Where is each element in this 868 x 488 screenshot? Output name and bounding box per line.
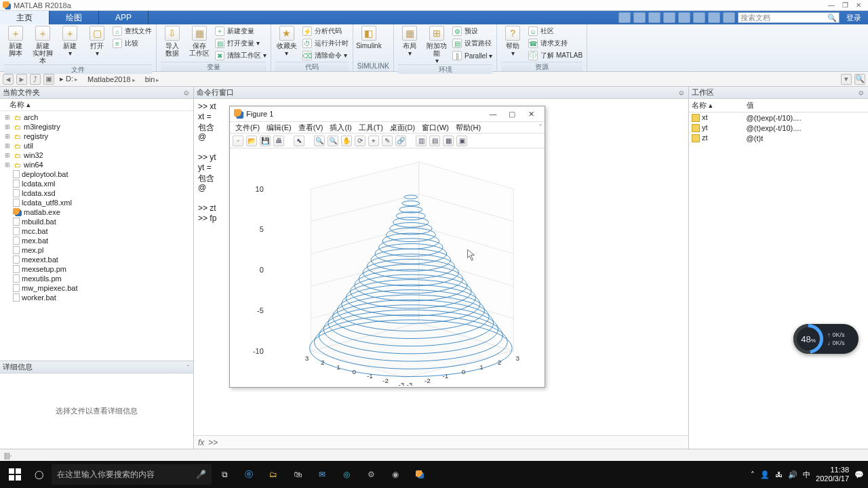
tray-chevron-icon[interactable]: ˄ <box>751 470 755 479</box>
tray-volume-icon[interactable]: 🔊 <box>788 470 797 479</box>
expand-icon[interactable]: ⊞ <box>4 152 11 159</box>
notifications-icon[interactable]: 💬 <box>854 470 864 479</box>
ribbon-small-4-1[interactable]: ▤设置路径 <box>452 38 492 49</box>
ribbon-big-5-0[interactable]: ?帮助▾ <box>501 26 524 57</box>
nav-up-button[interactable]: ⤴ <box>30 74 41 85</box>
dock-icon[interactable]: ▣ <box>456 136 467 146</box>
ws-col-value[interactable]: 值 <box>744 99 868 113</box>
ribbon-big-1-1[interactable]: ▦保存工作区 <box>188 26 211 57</box>
qat-help-icon[interactable] <box>708 12 720 23</box>
folder-row[interactable]: ⊞🗀util <box>1 141 192 150</box>
expand-icon[interactable]: ⊞ <box>4 133 11 140</box>
pointer-icon[interactable]: ⬉ <box>294 136 304 146</box>
browser-icon[interactable]: ◎ <box>335 464 358 485</box>
edge-icon[interactable]: ⓔ <box>237 464 260 485</box>
qat-save-icon[interactable] <box>618 12 631 23</box>
file-row[interactable]: mex.bat <box>1 236 192 245</box>
figure-axes[interactable]: 1050-5-103-32-21-100-11-22-33 <box>230 148 545 387</box>
file-row[interactable]: lcdata.xml <box>1 179 192 188</box>
start-button[interactable] <box>4 464 26 485</box>
speed-monitor-widget[interactable]: 48% ↑ 0K/s ↓ 0K/s <box>793 324 859 354</box>
taskview-icon[interactable]: ⧉ <box>213 464 236 485</box>
command-prompt-row[interactable]: fx >> <box>194 435 688 449</box>
file-row[interactable]: mw_mpiexec.bat <box>1 283 192 293</box>
pan-icon[interactable]: ✋ <box>341 136 352 146</box>
figure-menu-item-5[interactable]: 桌面(D) <box>387 123 418 133</box>
folder-row[interactable]: ⊞🗀registry <box>1 131 192 141</box>
max-button[interactable]: ❐ <box>838 1 852 9</box>
figure-max-button[interactable]: ▢ <box>502 110 521 119</box>
tab-plots[interactable]: 绘图 <box>50 11 99 24</box>
taskbar-search-input[interactable]: 在这里输入你要搜索的内容 🎤 <box>52 464 212 485</box>
details-collapse-icon[interactable]: ˇ <box>186 364 191 371</box>
close-button[interactable]: ✕ <box>852 1 865 9</box>
filetree-columns[interactable]: 名称 ▴ <box>0 99 193 111</box>
zoom-out-icon[interactable]: 🔍 <box>328 136 338 146</box>
ribbon-small-1-2[interactable]: ✖清除工作区 ▾ <box>215 50 267 61</box>
cortana-icon[interactable]: ◯ <box>27 464 50 485</box>
cmd-menu-icon[interactable]: ⊙ <box>677 89 686 96</box>
folder-row[interactable]: ⊞🗀m3iregistry <box>1 122 192 131</box>
login-button[interactable]: 登录 <box>842 13 865 23</box>
search-docs-input[interactable]: 搜索文档 🔍 <box>738 12 840 23</box>
ribbon-small-1-1[interactable]: ▤打开变量 ▾ <box>215 38 267 49</box>
file-row[interactable]: deploytool.bat <box>1 169 192 179</box>
ribbon-big-2-0[interactable]: ★收藏夹▾ <box>275 26 298 57</box>
save-icon[interactable]: 💾 <box>260 136 271 146</box>
tray-ime-icon[interactable]: 中 <box>803 470 810 480</box>
file-row[interactable]: mexext.bat <box>1 255 192 264</box>
link-icon[interactable]: 🔗 <box>395 136 406 146</box>
expand-icon[interactable]: ⊞ <box>4 142 11 149</box>
tab-apps[interactable]: APP <box>99 11 149 24</box>
brush-icon[interactable]: ✎ <box>382 136 393 146</box>
figure-min-button[interactable]: — <box>484 110 502 118</box>
ribbon-small-0-0[interactable]: ⌕查找文件 <box>113 26 152 37</box>
addr-dropdown-button[interactable]: ▾ <box>841 74 852 85</box>
min-button[interactable]: — <box>825 1 838 9</box>
file-row[interactable]: lcdata.xsd <box>1 188 192 198</box>
panel-menu-icon[interactable]: ⊙ <box>182 89 191 96</box>
qat-paste-icon[interactable] <box>663 12 675 23</box>
subplot-icon[interactable]: ▦ <box>443 136 454 146</box>
file-row[interactable]: worker.bat <box>1 293 192 302</box>
breadcrumb-part-0[interactable]: Matlabe2018 <box>85 75 140 83</box>
folder-row[interactable]: ⊞🗀arch <box>1 113 192 122</box>
tray-clock[interactable]: 11:38 2020/3/17 <box>816 466 849 483</box>
ribbon-small-1-0[interactable]: ＋新建变量 <box>215 26 267 37</box>
matlab-taskbar-icon[interactable] <box>408 464 431 485</box>
ws-menu-icon[interactable]: ⊙ <box>857 89 865 96</box>
ribbon-big-4-0[interactable]: ▦布局▾ <box>398 26 421 57</box>
mail-icon[interactable]: ✉ <box>311 464 334 485</box>
ribbon-small-5-0[interactable]: ☺社区 <box>528 26 583 37</box>
store-icon[interactable]: 🛍 <box>286 464 309 485</box>
addr-search-button[interactable]: 🔍 <box>854 74 865 85</box>
qat-copy-icon[interactable] <box>648 12 660 23</box>
figure-titlebar[interactable]: Figure 1 — ▢ ✕ <box>230 106 545 121</box>
zoom-in-icon[interactable]: 🔍 <box>314 136 325 146</box>
ribbon-big-0-0[interactable]: ＋新建脚本 <box>4 26 27 57</box>
new-icon[interactable]: ▫ <box>233 136 243 146</box>
rotate3d-icon[interactable]: ⟳ <box>355 136 366 146</box>
settings-icon[interactable]: ⚙ <box>359 464 382 485</box>
qat-dropdown-icon[interactable] <box>723 12 735 23</box>
workspace-row[interactable]: zt@(t)t <box>689 133 868 143</box>
breadcrumb-drive[interactable]: ▸ D: <box>57 75 82 83</box>
ribbon-big-0-2[interactable]: ＋新建▾ <box>58 26 81 57</box>
figure-menu-more-icon[interactable]: ˇ <box>539 123 542 131</box>
ribbon-small-5-1[interactable]: ☎请求支持 <box>528 38 583 49</box>
figure-menu-item-2[interactable]: 查看(V) <box>296 123 326 133</box>
qat-cut-icon[interactable] <box>633 12 646 23</box>
figure-menu-item-3[interactable]: 插入(I) <box>327 123 354 133</box>
tray-network-icon[interactable]: 🖧 <box>775 470 783 479</box>
obs-icon[interactable]: ◉ <box>384 464 407 485</box>
figure-menu-item-1[interactable]: 编辑(E) <box>264 123 294 133</box>
figure-menu-item-6[interactable]: 窗口(W) <box>419 123 452 133</box>
tray-people-icon[interactable]: 👤 <box>760 470 770 479</box>
qat-redo-icon[interactable] <box>693 12 705 23</box>
figure-menu-item-7[interactable]: 帮助(H) <box>453 123 484 133</box>
ribbon-small-4-0[interactable]: ⚙预设 <box>452 26 492 37</box>
file-row[interactable]: mcc.bat <box>1 226 192 236</box>
breadcrumb-part-1[interactable]: bin <box>142 75 164 83</box>
ribbon-big-4-1[interactable]: ⊞附加功能▾ <box>425 26 448 64</box>
search-icon[interactable]: 🔍 <box>827 14 837 22</box>
